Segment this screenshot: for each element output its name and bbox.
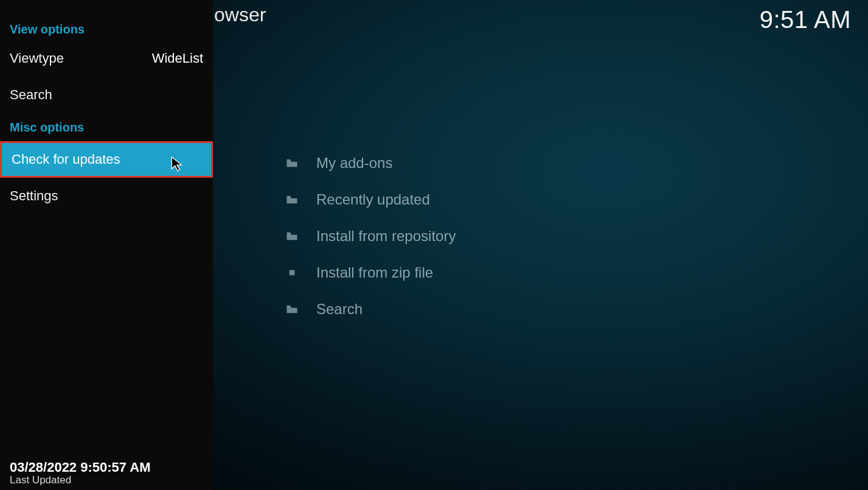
folder-icon bbox=[286, 305, 316, 313]
folder-icon bbox=[286, 159, 316, 167]
view-options-header: View options bbox=[0, 0, 213, 40]
viewtype-row[interactable]: Viewtype WideList bbox=[0, 40, 213, 77]
list-item-label: Recently updated bbox=[316, 191, 430, 208]
settings-label: Settings bbox=[10, 188, 203, 204]
folder-icon bbox=[286, 195, 316, 204]
svg-rect-0 bbox=[290, 270, 295, 276]
panel-footer: 03/28/2022 9:50:57 AM Last Updated bbox=[10, 460, 151, 486]
zip-icon bbox=[286, 268, 316, 277]
list-item-install-repository[interactable]: Install from repository bbox=[286, 218, 844, 254]
footer-label: Last Updated bbox=[10, 474, 151, 486]
list-item-my-addons[interactable]: My add-ons bbox=[286, 145, 844, 181]
list-item-label: Install from repository bbox=[316, 228, 456, 245]
viewtype-value: WideList bbox=[152, 51, 203, 66]
footer-timestamp: 03/28/2022 9:50:57 AM bbox=[10, 460, 151, 475]
check-for-updates-label: Check for updates bbox=[12, 152, 201, 167]
misc-options-header: Misc options bbox=[0, 113, 213, 141]
list-item-search[interactable]: Search bbox=[286, 291, 844, 327]
viewtype-label: Viewtype bbox=[10, 51, 152, 66]
check-for-updates-row[interactable]: Check for updates bbox=[0, 141, 213, 178]
list-item-label: My add-ons bbox=[316, 155, 392, 172]
page-title-fragment: owser bbox=[214, 4, 266, 26]
search-row[interactable]: Search bbox=[0, 77, 213, 113]
list-item-install-zip[interactable]: Install from zip file bbox=[286, 254, 844, 291]
list-item-recently-updated[interactable]: Recently updated bbox=[286, 181, 844, 218]
side-panel: View options Viewtype WideList Search Mi… bbox=[0, 0, 213, 490]
search-label: Search bbox=[10, 87, 203, 103]
folder-icon bbox=[286, 232, 316, 240]
settings-row[interactable]: Settings bbox=[0, 178, 213, 214]
list-item-label: Install from zip file bbox=[316, 264, 433, 281]
clock: 9:51 AM bbox=[760, 6, 851, 33]
list-item-label: Search bbox=[316, 301, 363, 318]
main-list: My add-ons Recently updated Install from… bbox=[286, 145, 844, 327]
